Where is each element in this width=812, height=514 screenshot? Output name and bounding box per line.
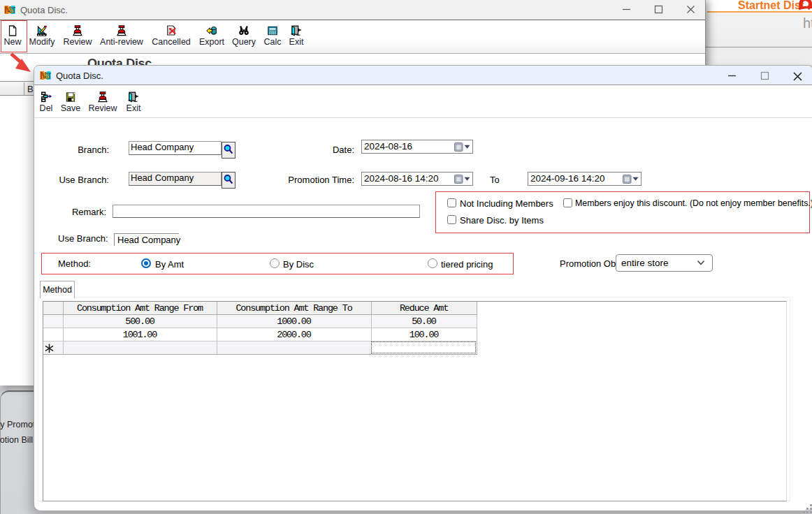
svg-text:T: T: [47, 71, 51, 81]
svg-text:T: T: [11, 5, 15, 15]
